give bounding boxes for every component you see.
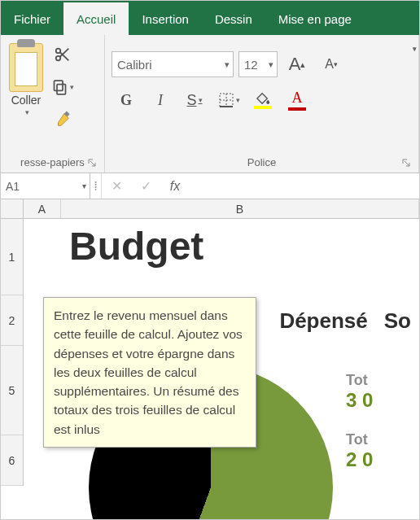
scissors-icon — [54, 46, 72, 63]
column-header-b[interactable]: B — [61, 199, 419, 218]
tab-home[interactable]: Accueil — [63, 1, 129, 35]
underline-button[interactable]: S▾ — [180, 85, 209, 115]
chevron-down-icon: ▾ — [269, 59, 273, 70]
insert-function-button[interactable]: fx — [160, 173, 190, 199]
group-clipboard-label: resse-papiers — [20, 156, 85, 168]
formula-bar: A1 ▾ ⁞ ✕ ✓ fx — [1, 173, 419, 199]
font-size-combo[interactable]: 12 ▾ — [238, 51, 278, 77]
tab-file[interactable]: Fichier — [1, 1, 63, 35]
italic-button[interactable]: I — [146, 85, 175, 115]
dialog-launcher-icon[interactable] — [86, 158, 98, 169]
x-icon: ✕ — [112, 178, 122, 194]
format-painter-button[interactable] — [51, 108, 74, 131]
tab-layout[interactable]: Mise en page — [265, 1, 365, 35]
bold-button[interactable]: G — [112, 85, 141, 115]
chevron-down-icon: ▾ — [199, 96, 203, 104]
copy-icon — [51, 78, 68, 96]
ribbon: Coller ▾ ▾ resse-papiers — [1, 35, 419, 173]
grow-font-button[interactable]: A▴ — [282, 50, 312, 79]
font-color-button[interactable]: A ▾ — [282, 85, 312, 115]
clipboard-icon — [9, 43, 43, 92]
shrink-font-button[interactable]: A▾ — [317, 50, 346, 79]
separator: ⁞ — [90, 173, 102, 199]
chevron-down-icon: ▾ — [70, 83, 74, 91]
borders-icon — [218, 92, 234, 108]
row-header-1[interactable]: 1 — [1, 219, 23, 295]
cut-button[interactable] — [51, 43, 74, 66]
svg-point-0 — [56, 49, 61, 53]
fill-color-swatch — [254, 106, 272, 109]
row-header-5[interactable]: 5 — [1, 346, 23, 435]
font-name-combo[interactable]: Calibri ▾ — [112, 51, 234, 77]
column-header-a[interactable]: A — [24, 199, 61, 218]
worksheet: A B 1 2 5 6 Budget Dépensé So Tot 3 0 To… — [1, 199, 419, 520]
row-headers: 1 2 5 6 — [1, 219, 24, 486]
bucket-icon — [256, 92, 270, 105]
select-all-corner[interactable] — [1, 199, 24, 218]
savings-label: So — [384, 308, 411, 334]
copy-button[interactable]: ▾ — [51, 76, 74, 98]
totals-block: Tot 3 0 Tot 2 0 — [346, 365, 419, 471]
total-label-1: Tot — [346, 372, 419, 389]
accept-formula-button[interactable]: ✓ — [131, 173, 160, 199]
borders-button[interactable]: ▾ — [214, 85, 243, 115]
chevron-down-icon: ▾ — [236, 96, 240, 104]
spent-label: Dépensé — [279, 308, 367, 334]
row-header-6[interactable]: 6 — [1, 435, 23, 486]
font-name-value: Calibri — [117, 58, 152, 72]
column-headers: A B — [1, 199, 419, 219]
tab-insert[interactable]: Insertion — [129, 1, 202, 35]
total-label-2: Tot — [346, 431, 419, 448]
total-value-2: 2 0 — [346, 448, 419, 471]
svg-rect-4 — [57, 85, 66, 94]
cancel-formula-button[interactable]: ✕ — [102, 173, 131, 199]
svg-point-1 — [56, 56, 61, 61]
svg-rect-5 — [55, 81, 63, 90]
group-clipboard: Coller ▾ ▾ resse-papiers — [1, 35, 105, 173]
page-title: Budget — [69, 224, 203, 269]
font-color-swatch — [288, 107, 306, 111]
row-header-2[interactable]: 2 — [1, 295, 23, 346]
paintbrush-icon — [54, 111, 72, 129]
tab-draw[interactable]: Dessin — [202, 1, 265, 35]
chevron-down-icon: ▾ — [25, 108, 29, 116]
name-box[interactable]: A1 ▾ — [1, 173, 90, 199]
group-font-label: Police — [247, 156, 276, 168]
paste-label: Coller — [11, 94, 42, 107]
cells-area[interactable]: Budget Dépensé So Tot 3 0 Tot 2 0 Entrez… — [24, 219, 419, 520]
total-value-1: 3 0 — [346, 389, 419, 412]
fill-color-button[interactable]: ▾ — [248, 85, 278, 115]
dialog-launcher-icon[interactable] — [400, 158, 412, 169]
paste-button[interactable]: Coller ▾ — [7, 40, 45, 153]
font-size-value: 12 — [244, 58, 258, 72]
cell-comment-tooltip: Entrez le revenu mensuel dans cette feui… — [43, 297, 256, 448]
ribbon-tabs: Fichier Accueil Insertion Dessin Mise en… — [1, 1, 419, 35]
chevron-down-icon: ▾ — [413, 45, 417, 53]
chevron-down-icon: ▾ — [82, 181, 86, 190]
group-font: Calibri ▾ 12 ▾ A▴ A▾ G I S▾ — [105, 35, 419, 173]
formula-input[interactable] — [190, 173, 419, 199]
check-icon: ✓ — [141, 178, 151, 194]
chevron-down-icon: ▾ — [225, 59, 230, 70]
